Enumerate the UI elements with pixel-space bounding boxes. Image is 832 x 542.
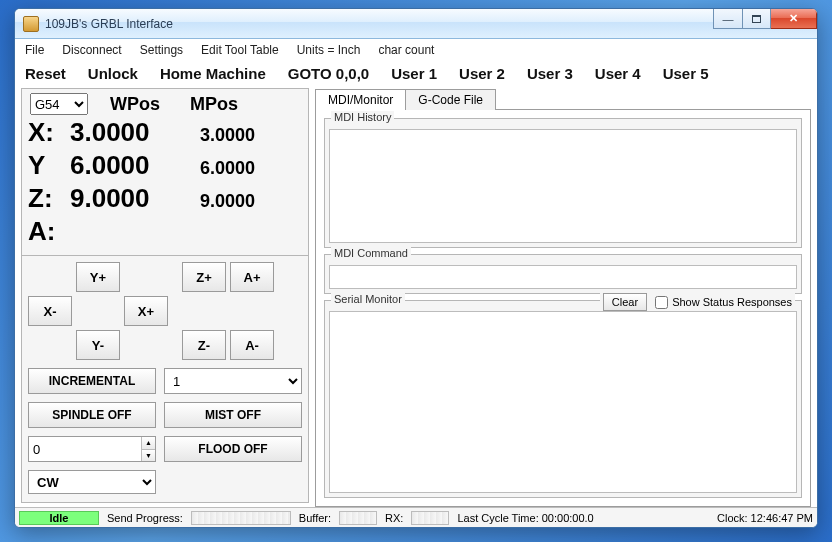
window-controls: — <box>713 9 817 38</box>
action-user5[interactable]: User 5 <box>663 65 709 82</box>
mdi-history-label: MDI History <box>331 111 394 123</box>
spindle-direction-select[interactable]: CW <box>28 470 156 494</box>
status-bar: Idle Send Progress: Buffer: RX: Last Cyc… <box>15 507 817 527</box>
wpos-label: WPos <box>110 94 160 115</box>
jog-mode-button[interactable]: INCREMENTAL <box>28 368 156 394</box>
axis-label-a: A: <box>28 216 70 247</box>
dro-row-y: Y 6.0000 6.0000 <box>28 150 302 181</box>
menu-file[interactable]: File <box>25 43 44 57</box>
mdi-command-input[interactable] <box>329 265 797 289</box>
rx-label: RX: <box>385 512 403 524</box>
jog-y-minus[interactable]: Y- <box>76 330 120 360</box>
jog-a-plus[interactable]: A+ <box>230 262 274 292</box>
send-progress-bar <box>191 511 291 525</box>
jog-z-plus[interactable]: Z+ <box>182 262 226 292</box>
menu-edit-tool-table[interactable]: Edit Tool Table <box>201 43 279 57</box>
wpos-z: 9.0000 <box>70 183 200 214</box>
spin-up-icon[interactable]: ▲ <box>141 437 155 449</box>
axis-label-y: Y <box>28 150 70 181</box>
mpos-label: MPos <box>190 94 238 115</box>
show-status-checkbox[interactable]: Show Status Responses <box>655 296 792 309</box>
serial-monitor-group: Serial Monitor Clear Show Status Respons… <box>324 300 802 498</box>
action-reset[interactable]: Reset <box>25 65 66 82</box>
serial-monitor-label: Serial Monitor <box>331 293 405 305</box>
titlebar: 109JB's GRBL Interface — <box>15 9 817 39</box>
menu-char-count[interactable]: char count <box>378 43 434 57</box>
spindle-speed-input[interactable] <box>29 437 141 461</box>
action-unlock[interactable]: Unlock <box>88 65 138 82</box>
jog-distance-select[interactable]: 1 <box>164 368 302 394</box>
tabs: MDI/Monitor G-Code File <box>315 88 811 109</box>
maximize-icon <box>752 15 761 23</box>
clear-button[interactable]: Clear <box>603 293 647 311</box>
app-icon <box>23 16 39 32</box>
jog-panel: Y+ X- X+ Y- Z+ A+ Z- A- INCREMENTAL 1 <box>21 256 309 503</box>
action-user4[interactable]: User 4 <box>595 65 641 82</box>
action-user3[interactable]: User 3 <box>527 65 573 82</box>
maximize-button[interactable] <box>743 9 771 29</box>
tab-mdi[interactable]: MDI/Monitor <box>315 89 406 110</box>
close-button[interactable] <box>771 9 817 29</box>
menu-disconnect[interactable]: Disconnect <box>62 43 121 57</box>
axis-label-x: X: <box>28 117 70 148</box>
mdi-command-group: MDI Command <box>324 254 802 294</box>
menubar: File Disconnect Settings Edit Tool Table… <box>15 39 817 61</box>
mdi-history-group: MDI History <box>324 118 802 248</box>
action-user2[interactable]: User 2 <box>459 65 505 82</box>
tab-body: MDI History MDI Command Serial Monitor C… <box>315 109 811 507</box>
tab-gcode[interactable]: G-Code File <box>405 89 496 110</box>
jog-za-pad: Z+ A+ Z- A- <box>182 262 274 360</box>
mpos-x: 3.0000 <box>200 125 290 146</box>
main-area: G54 WPos MPos X: 3.0000 3.0000 Y 6.0000 … <box>15 88 817 507</box>
show-status-check[interactable] <box>655 296 668 309</box>
action-bar: Reset Unlock Home Machine GOTO 0,0,0 Use… <box>15 61 817 88</box>
right-column: MDI/Monitor G-Code File MDI History MDI … <box>315 88 811 507</box>
rx-bar <box>411 511 449 525</box>
left-column: G54 WPos MPos X: 3.0000 3.0000 Y 6.0000 … <box>21 88 309 507</box>
window-title: 109JB's GRBL Interface <box>45 17 713 31</box>
buffer-bar <box>339 511 377 525</box>
spindle-speed-spinbox[interactable]: ▲▼ <box>28 436 156 462</box>
coord-system-select[interactable]: G54 <box>30 93 88 115</box>
spindle-button[interactable]: SPINDLE OFF <box>28 402 156 428</box>
jog-x-plus[interactable]: X+ <box>124 296 168 326</box>
clock: Clock: 12:46:47 PM <box>717 512 813 524</box>
wpos-x: 3.0000 <box>70 117 200 148</box>
jog-a-minus[interactable]: A- <box>230 330 274 360</box>
action-user1[interactable]: User 1 <box>391 65 437 82</box>
mdi-history-box[interactable] <box>329 129 797 243</box>
dro-row-x: X: 3.0000 3.0000 <box>28 117 302 148</box>
action-home[interactable]: Home Machine <box>160 65 266 82</box>
dro-panel: G54 WPos MPos X: 3.0000 3.0000 Y 6.0000 … <box>21 88 309 256</box>
mdi-command-label: MDI Command <box>331 247 411 259</box>
spin-down-icon[interactable]: ▼ <box>141 449 155 462</box>
mpos-z: 9.0000 <box>200 191 290 212</box>
jog-xy-pad: Y+ X- X+ Y- <box>28 262 168 360</box>
status-state: Idle <box>19 511 99 525</box>
app-window: 109JB's GRBL Interface — File Disconnect… <box>14 8 818 528</box>
send-progress-label: Send Progress: <box>107 512 183 524</box>
jog-y-plus[interactable]: Y+ <box>76 262 120 292</box>
mpos-y: 6.0000 <box>200 158 290 179</box>
last-cycle-time: Last Cycle Time: 00:00:00.0 <box>457 512 593 524</box>
show-status-label: Show Status Responses <box>672 296 792 308</box>
minimize-button[interactable]: — <box>713 9 743 29</box>
dro-row-a: A: <box>28 216 302 247</box>
mist-button[interactable]: MIST OFF <box>164 402 302 428</box>
jog-x-minus[interactable]: X- <box>28 296 72 326</box>
action-goto[interactable]: GOTO 0,0,0 <box>288 65 369 82</box>
jog-z-minus[interactable]: Z- <box>182 330 226 360</box>
serial-monitor-box[interactable] <box>329 311 797 493</box>
axis-label-z: Z: <box>28 183 70 214</box>
flood-button[interactable]: FLOOD OFF <box>164 436 302 462</box>
menu-settings[interactable]: Settings <box>140 43 183 57</box>
buffer-label: Buffer: <box>299 512 331 524</box>
wpos-y: 6.0000 <box>70 150 200 181</box>
menu-units[interactable]: Units = Inch <box>297 43 361 57</box>
dro-row-z: Z: 9.0000 9.0000 <box>28 183 302 214</box>
